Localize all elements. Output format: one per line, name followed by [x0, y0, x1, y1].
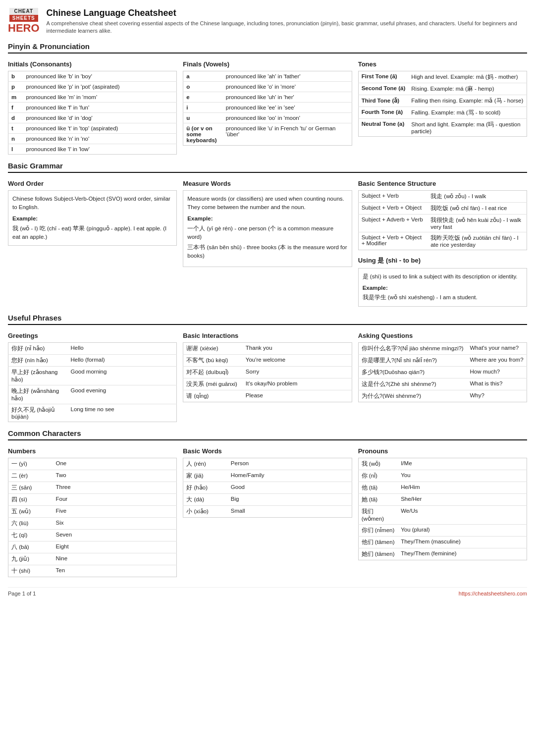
- pronoun-chinese: 我们 (wǒmen): [358, 505, 398, 524]
- basic-words-title: Basic Words: [183, 447, 352, 455]
- table-row: 六 (liù)Six: [8, 517, 177, 529]
- number-english: Nine: [53, 553, 177, 565]
- logo-sheets: SHEETS: [9, 15, 38, 22]
- pattern: Subject + Verb + Object: [358, 202, 428, 214]
- table-row: lpronounced like 'l' in 'low': [8, 144, 177, 154]
- pronouns-table: 我 (wǒ)I/Me你 (nǐ)You他 (tā)He/Him她 (tā)She…: [358, 458, 527, 560]
- table-row: 你们 (nǐmen)You (plural): [358, 524, 527, 536]
- tone-name: Second Tone (á): [358, 83, 408, 95]
- pattern: Subject + Adverb + Verb: [358, 214, 428, 232]
- table-row: 谢谢 (xièxie)Thank you: [183, 342, 352, 354]
- using-shi-example-label: Example:: [363, 284, 523, 292]
- greeting-chinese: 您好 (nín hǎo): [8, 354, 68, 366]
- interaction-chinese: 谢谢 (xièxie): [183, 342, 243, 354]
- initial-letter: n: [8, 133, 23, 144]
- final-desc: pronounced like 'uh' in 'her': [223, 92, 352, 102]
- initial-desc: pronounced like 'b' in 'boy': [23, 71, 177, 81]
- greeting-chinese: 你好 (nǐ hǎo): [8, 342, 68, 354]
- word-order-example: 我 (wǒ - I) 吃 (chī - eat) 苹果 (píngguǒ - a…: [12, 225, 166, 240]
- initial-desc: pronounced like 'p' in 'pot' (aspirated): [23, 81, 177, 92]
- table-row: 七 (qī)Seven: [8, 529, 177, 541]
- initial-letter: m: [8, 92, 23, 102]
- initial-letter: f: [8, 102, 23, 112]
- tone-name: Third Tone (ǎ): [358, 95, 408, 107]
- table-row: 五 (wǔ)Five: [8, 505, 177, 517]
- greetings-col: Greetings 你好 (nǐ hǎo)Hello您好 (nín hǎo)He…: [8, 330, 177, 422]
- question-chinese: 这是什么?(Zhè shì shénme?): [358, 378, 467, 390]
- using-shi-example: 我是学生 (wǒ shì xuésheng) - I am a student.: [363, 294, 478, 300]
- pattern-example: 我昨天吃饭 (wǒ zuótiān chī fàn) - I ate rice …: [428, 232, 527, 250]
- footer-link[interactable]: https://cheatsheetshero.com: [459, 591, 527, 596]
- initial-desc: pronounced like 'n' in 'no': [23, 133, 177, 144]
- table-row: 请 (qǐng)Please: [183, 390, 352, 402]
- pinyin-section-title: Pinyin & Pronunciation: [8, 42, 527, 54]
- sentence-structure-title: Basic Sentence Structure: [358, 180, 527, 187]
- table-row: ppronounced like 'p' in 'pot' (aspirated…: [8, 81, 177, 92]
- greetings-title: Greetings: [8, 332, 177, 339]
- final-desc: pronounced like 'o' in 'more': [223, 81, 352, 92]
- word-order-example-label: Example:: [12, 215, 172, 223]
- pronoun-english: I/Me: [398, 458, 527, 470]
- initial-letter: p: [8, 81, 23, 92]
- table-row: 你是哪里人?(Nǐ shì nǎlǐ rén?)Where are you fr…: [358, 354, 527, 366]
- table-row: Fourth Tone (à)Falling. Example: mà (骂 -…: [358, 107, 527, 118]
- word-chinese: 家 (jiā): [183, 470, 228, 482]
- finals-title: Finals (Vowels): [183, 60, 352, 68]
- question-english: Where are you from?: [467, 354, 527, 366]
- table-row: 我们 (wǒmen)We/Us: [358, 505, 527, 524]
- table-row: 四 (sì)Four: [8, 493, 177, 505]
- final-letter: u: [183, 112, 223, 123]
- number-chinese: 三 (sān): [8, 482, 53, 493]
- greeting-english: Good evening: [68, 385, 177, 404]
- pronoun-chinese: 她 (tā): [358, 493, 398, 505]
- question-chinese: 多少钱?(Duōshao qián?): [358, 366, 467, 378]
- table-row: apronounced like 'ah' in 'father': [183, 71, 352, 81]
- table-row: 二 (èr)Two: [8, 470, 177, 482]
- pronoun-english: We/Us: [398, 505, 527, 524]
- table-row: ü (or v on some keyboards)pronounced lik…: [183, 123, 352, 145]
- table-row: 您好 (nín hǎo)Hello (formal): [8, 354, 177, 366]
- table-row: 你叫什么名字?(Nǐ jiào shénme míngzi?)What's yo…: [358, 342, 527, 354]
- interaction-chinese: 不客气 (bú kèqi): [183, 354, 243, 366]
- table-row: Subject + Adverb + Verb我很快走 (wǒ hěn kuài…: [358, 214, 527, 232]
- interaction-english: Sorry: [243, 366, 352, 378]
- pronoun-english: They/Them (masculine): [398, 536, 527, 548]
- word-chinese: 好 (hǎo): [183, 482, 228, 493]
- number-chinese: 一 (yī): [8, 458, 53, 470]
- table-row: 大 (dà)Big: [183, 493, 352, 505]
- logo-cheat: CHEAT: [9, 8, 38, 15]
- table-row: mpronounced like 'm' in 'mom': [8, 92, 177, 102]
- greeting-english: Hello (formal): [68, 354, 177, 366]
- word-chinese: 人 (rén): [183, 458, 228, 470]
- table-row: 三 (sān)Three: [8, 482, 177, 493]
- word-english: Home/Family: [228, 470, 352, 482]
- numbers-table: 一 (yī)One二 (èr)Two三 (sān)Three四 (sì)Four…: [8, 458, 177, 577]
- initial-desc: pronounced like 'f' in 'fun': [23, 102, 177, 112]
- word-english: Small: [228, 505, 352, 517]
- table-row: 好 (hǎo)Good: [183, 482, 352, 493]
- table-row: 不客气 (bú kèqi)You're welcome: [183, 354, 352, 366]
- final-letter: i: [183, 102, 223, 112]
- number-chinese: 六 (liù): [8, 517, 53, 529]
- pronoun-chinese: 我 (wǒ): [358, 458, 398, 470]
- phrases-section-title: Useful Phrases: [8, 314, 527, 325]
- word-order-box: Chinese follows Subject-Verb-Object (SVO…: [8, 190, 177, 246]
- final-desc: pronounced like 'oo' in 'moon': [223, 112, 352, 123]
- table-row: Subject + Verb我走 (wǒ zǒu) - I walk: [358, 190, 527, 202]
- number-chinese: 八 (bā): [8, 541, 53, 553]
- table-row: 你好 (nǐ hǎo)Hello: [8, 342, 177, 354]
- table-row: epronounced like 'uh' in 'her': [183, 92, 352, 102]
- table-row: ipronounced like 'ee' in 'see': [183, 102, 352, 112]
- number-english: Two: [53, 470, 177, 482]
- pattern-example: 我走 (wǒ zǒu) - I walk: [428, 190, 527, 202]
- question-english: What's your name?: [467, 342, 527, 354]
- questions-title: Asking Questions: [358, 332, 527, 339]
- table-row: 你 (nǐ)You: [358, 470, 527, 482]
- tone-desc: Falling. Example: mà (骂 - to scold): [408, 107, 527, 118]
- final-letter: a: [183, 71, 223, 81]
- number-english: Seven: [53, 529, 177, 541]
- list-item: 一个人 (yī gè rén) - one person (个 is a com…: [187, 224, 347, 242]
- greeting-chinese: 晚上好 (wǎnshàng hǎo): [8, 385, 68, 404]
- table-row: fpronounced like 'f' in 'fun': [8, 102, 177, 112]
- tones-col: Tones First Tone (ā)High and level. Exam…: [358, 58, 527, 155]
